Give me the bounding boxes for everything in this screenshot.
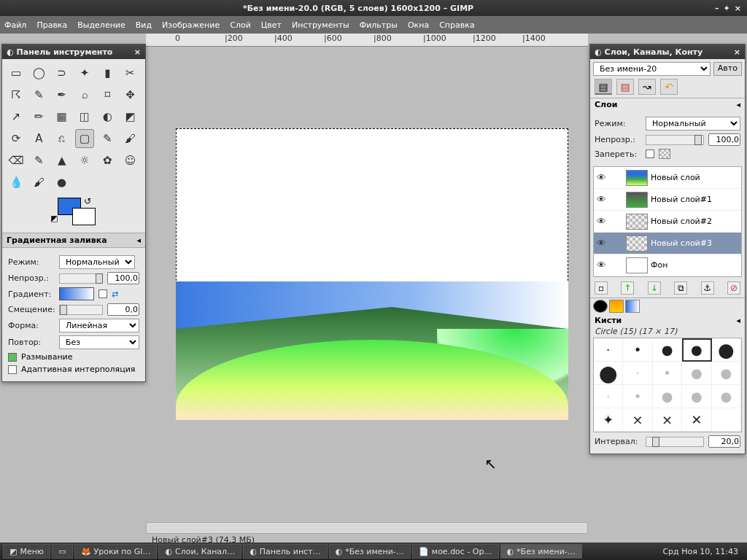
taskbar-menu-button[interactable]: ◩Меню [3, 544, 50, 559]
tab-brushes[interactable] [593, 300, 608, 313]
taskbar-item[interactable]: ◐Слои, Канал… [158, 544, 241, 559]
interval-input[interactable] [708, 435, 740, 448]
menu-help[interactable]: Справка [439, 20, 474, 30]
tab-paths[interactable]: ↝ [638, 79, 656, 95]
menu-layer[interactable]: Слой [230, 20, 251, 30]
tool-button[interactable]: ↗ [7, 107, 26, 126]
brush-item[interactable]: ● [653, 385, 682, 408]
layers-dock-close-button[interactable]: × [734, 47, 740, 57]
tool-button[interactable]: ▮ [98, 63, 117, 82]
tool-button[interactable]: ✦ [75, 63, 94, 82]
toolbox-title[interactable]: ◐ Панель инструменто × [2, 44, 145, 59]
image-select[interactable]: Без имени-20 [593, 62, 711, 76]
tool-button[interactable]: ⟳ [7, 129, 26, 148]
adaptive-checkbox[interactable] [8, 365, 17, 374]
layers-menu-icon[interactable]: ◂ [736, 100, 740, 109]
opacity-slider[interactable] [59, 273, 103, 284]
menu-file[interactable]: Файл [4, 20, 26, 30]
brushes-menu-icon[interactable]: ◂ [736, 316, 740, 325]
layer-visibility-icon[interactable]: 👁 [597, 194, 608, 205]
tool-button[interactable]: ✎ [29, 85, 48, 104]
layer-visibility-icon[interactable]: 👁 [597, 216, 608, 227]
tool-button[interactable]: ☼ [75, 151, 94, 170]
tool-button[interactable]: ☈ [7, 85, 26, 104]
offset-slider[interactable] [59, 305, 103, 315]
tool-button[interactable]: A [29, 129, 48, 148]
layer-item[interactable]: 👁Новый слой#1 [594, 189, 741, 211]
layer-duplicate-button[interactable]: ⧉ [674, 281, 687, 295]
brush-item[interactable]: ● [712, 362, 741, 385]
brush-item[interactable]: × [653, 408, 682, 432]
layer-item[interactable]: 👁Фон [594, 254, 741, 276]
layer-item[interactable]: 👁Новый слой#3 [594, 233, 741, 254]
brush-item[interactable]: · [623, 362, 652, 385]
canvas-area[interactable] [146, 47, 588, 521]
shape-select[interactable]: Линейная [59, 319, 139, 332]
toolbox-close-button[interactable]: × [134, 47, 141, 57]
taskbar-item[interactable]: ◐*Без имени-… [329, 544, 411, 559]
brush-item[interactable]: ● [682, 338, 711, 362]
tool-button[interactable]: ◯ [29, 63, 48, 82]
background-color[interactable] [72, 208, 96, 225]
taskbar-item[interactable]: ◐Панель инст… [243, 544, 327, 559]
layer-new-button[interactable]: ▫ [595, 281, 608, 295]
tool-button[interactable]: ▲ [53, 151, 71, 170]
brush-item[interactable]: · [594, 385, 623, 408]
tool-button[interactable]: ◐ [98, 107, 117, 126]
gradient-preview[interactable] [59, 287, 94, 300]
menu-tools[interactable]: Инструменты [292, 20, 349, 30]
layer-opacity-input[interactable] [708, 133, 740, 146]
tool-button[interactable]: ✥ [121, 85, 140, 104]
layer-mode-select[interactable]: Нормальный [646, 117, 740, 131]
taskbar-clock[interactable]: Срд Ноя 10, 11:43 [657, 547, 744, 556]
tool-button[interactable]: ⌑ [98, 85, 117, 104]
tool-button[interactable]: ⌫ [7, 151, 26, 170]
repeat-select[interactable]: Без [59, 335, 139, 349]
interval-slider[interactable] [646, 437, 704, 447]
taskbar-item[interactable]: ◐*Без имени-… [500, 544, 582, 559]
brush-item[interactable]: ✦ [594, 408, 623, 432]
layer-delete-button[interactable]: ⊘ [727, 281, 740, 295]
tool-options-menu-icon[interactable]: ◂ [136, 236, 141, 245]
menu-windows[interactable]: Окна [408, 20, 429, 30]
tool-button[interactable]: ▭ [7, 63, 26, 82]
menu-color[interactable]: Цвет [261, 20, 282, 30]
brush-item[interactable]: ● [682, 385, 711, 408]
tool-button[interactable]: ✏ [29, 107, 48, 126]
tool-button[interactable]: ◩ [121, 107, 140, 126]
layers-dock-title[interactable]: ◐ Слои, Каналы, Конту × [590, 44, 745, 59]
auto-button[interactable]: Авто [713, 62, 742, 76]
taskbar-item[interactable]: 🦊Уроки по GI… [74, 544, 158, 559]
tool-button[interactable]: ✿ [98, 151, 117, 170]
brush-item[interactable]: ✕ [682, 408, 711, 432]
window-close-button[interactable]: × [735, 4, 741, 13]
dither-checkbox[interactable] [8, 353, 17, 362]
brush-item[interactable]: ● [712, 338, 741, 362]
horizontal-scrollbar[interactable] [146, 522, 588, 534]
layer-item[interactable]: 👁Новый слой [594, 167, 741, 189]
gradient-swap-icon[interactable]: ⇄ [112, 289, 118, 299]
layer-down-button[interactable]: ↓ [648, 281, 661, 295]
tool-button[interactable]: ▢ [75, 129, 94, 148]
menu-edit[interactable]: Правка [36, 20, 67, 30]
mode-select[interactable]: Нормальный [59, 255, 135, 269]
tool-button[interactable]: 🖌 [121, 129, 140, 148]
tab-gradients[interactable] [625, 300, 640, 313]
opacity-input[interactable] [107, 272, 139, 284]
tool-button[interactable]: ● [53, 173, 71, 192]
layer-opacity-slider[interactable] [646, 135, 704, 145]
brush-item[interactable]: ● [653, 338, 682, 362]
brush-item[interactable]: · [594, 338, 623, 362]
brush-item[interactable] [712, 408, 741, 432]
tab-patterns[interactable] [609, 300, 624, 313]
swap-colors-icon[interactable]: ↺ [84, 196, 91, 206]
gradient-reverse-checkbox[interactable] [98, 289, 107, 298]
offset-input[interactable] [107, 303, 139, 316]
tab-channels[interactable]: ▤ [616, 79, 634, 95]
layer-visibility-icon[interactable]: 👁 [597, 238, 608, 249]
tool-button[interactable]: ✒ [53, 85, 71, 104]
menu-image[interactable]: Изображение [162, 20, 220, 30]
tab-layers[interactable]: ▤ [595, 79, 612, 95]
tool-button[interactable]: ⊃ [53, 63, 71, 82]
window-minimize-button[interactable]: – [715, 4, 719, 13]
